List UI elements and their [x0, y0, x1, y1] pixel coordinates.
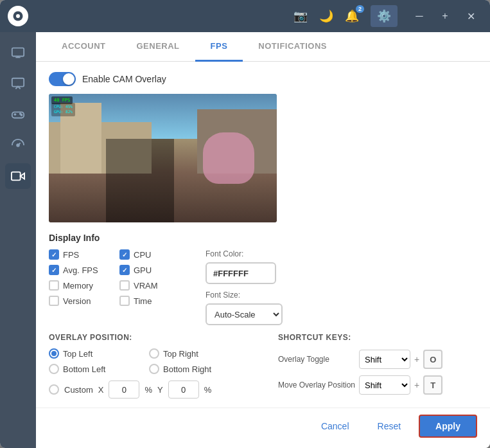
main-content: ACCOUNT GENERAL FPS NOTIFICATIONS Enable… [36, 32, 490, 448]
checkbox-vram[interactable]: VRAM [119, 280, 190, 291]
custom-x-label: X [98, 385, 104, 395]
shortcut-overlay-toggle-row: Overlay Toggle Shift Ctrl Alt + O [278, 350, 464, 369]
game-scene-bg: 40 FPS CPU: 45%GPU: 82% [49, 94, 277, 222]
lower-section: OVERLAY POSITION: Top Left Top Right [49, 333, 477, 406]
shortcut-move-overlay-row: Move Overlay Position Shift Ctrl Alt + T [278, 375, 464, 395]
plus-icon-2: + [414, 380, 419, 390]
maximize-button[interactable]: + [433, 4, 457, 28]
minimize-button[interactable]: ─ [408, 4, 431, 28]
custom-x-percent: % [144, 385, 152, 395]
checkbox-vram-box[interactable] [119, 280, 130, 291]
tab-fps[interactable]: FPS [195, 32, 243, 62]
apply-button[interactable]: Apply [419, 415, 477, 438]
radio-top-right-circle[interactable] [149, 348, 159, 359]
font-color-input[interactable] [206, 262, 276, 284]
radio-bottom-left[interactable]: Bottom Left [49, 364, 139, 374]
shortcut-keys-title: SHORTCUT KEYS: [278, 333, 464, 342]
checkbox-gpu[interactable]: GPU [119, 265, 190, 275]
checkbox-version[interactable]: Version [49, 296, 119, 306]
checkbox-fps-label: FPS [63, 250, 79, 260]
radio-bottom-right[interactable]: Bottom Right [149, 364, 239, 374]
custom-x-input[interactable] [109, 381, 139, 399]
checkbox-memory-box[interactable] [49, 280, 59, 291]
shortcut-move-overlay-key: T [423, 375, 442, 395]
main-area: ACCOUNT GENERAL FPS NOTIFICATIONS Enable… [0, 32, 490, 448]
tab-account[interactable]: ACCOUNT [46, 32, 121, 62]
sidebar-item-monitor[interactable] [5, 71, 31, 96]
settings-icon[interactable]: ⚙️ [371, 5, 398, 27]
bottom-actions: Cancel Reset Apply [36, 408, 490, 448]
content-area: Enable CAM Overlay [36, 62, 490, 408]
checkbox-avgfps[interactable]: Avg. FPS [49, 265, 119, 275]
checkbox-time[interactable]: Time [119, 296, 190, 306]
radio-top-right-label: Top Right [163, 349, 198, 359]
radio-top-left[interactable]: Top Left [49, 348, 139, 359]
shortcut-move-overlay-label: Move Overlay Position [278, 381, 355, 390]
checkbox-avgfps-label: Avg. FPS [63, 265, 98, 275]
checkbox-columns: FPS Avg. FPS Memory [49, 249, 190, 306]
svg-rect-2 [12, 48, 24, 57]
checkbox-memory[interactable]: Memory [49, 280, 119, 291]
sidebar-item-speed[interactable] [5, 132, 31, 158]
bell-icon[interactable]: 🔔 2 [345, 9, 359, 23]
custom-y-input[interactable] [168, 381, 199, 399]
radio-bottom-left-label: Bottom Left [63, 364, 105, 374]
svg-point-13 [17, 144, 19, 147]
checkbox-gpu-box[interactable] [119, 265, 130, 275]
window-controls: ─ + ✕ [408, 4, 482, 28]
svg-point-11 [21, 114, 22, 116]
checkbox-gpu-label: GPU [134, 265, 152, 275]
sidebar-item-gamepad[interactable] [5, 102, 31, 127]
tab-notifications[interactable]: NOTIFICATIONS [243, 32, 342, 62]
reset-button[interactable]: Reset [367, 416, 412, 436]
font-controls: Font Color: Font Size: Auto-Scale Small … [206, 249, 283, 325]
shortcut-keys-section: SHORTCUT KEYS: Overlay Toggle Shift Ctrl… [278, 333, 464, 401]
cancel-button[interactable]: Cancel [311, 416, 360, 436]
game-preview: 40 FPS CPU: 45%GPU: 82% [49, 94, 277, 222]
display-info-section: Display Info FPS Avg. FPS [49, 233, 477, 325]
font-size-select[interactable]: Auto-Scale Small Medium Large [206, 303, 283, 325]
checkbox-cpu-label: CPU [134, 250, 151, 260]
shortcut-overlay-toggle-key: O [423, 350, 442, 369]
toolbar-icons: 📷 🌙 🔔 2 ⚙️ [293, 5, 398, 27]
tab-bar: ACCOUNT GENERAL FPS NOTIFICATIONS [36, 32, 490, 62]
notification-badge: 2 [356, 5, 364, 13]
plus-icon-1: + [414, 354, 419, 364]
close-button[interactable]: ✕ [459, 4, 482, 28]
radio-custom-circle[interactable] [49, 384, 59, 395]
title-bar: 📷 🌙 🔔 2 ⚙️ ─ + ✕ [0, 0, 490, 32]
radio-top-left-circle[interactable] [49, 348, 59, 359]
enable-overlay-label: Enable CAM Overlay [82, 74, 166, 84]
checkbox-time-label: Time [134, 296, 152, 306]
app-logo [8, 6, 28, 26]
enable-overlay-toggle[interactable] [49, 72, 76, 86]
shortcut-overlay-toggle-select[interactable]: Shift Ctrl Alt [359, 350, 410, 369]
checkbox-time-box[interactable] [119, 296, 130, 306]
checkbox-version-box[interactable] [49, 296, 59, 306]
checkbox-avgfps-box[interactable] [49, 265, 59, 275]
sidebar-item-display[interactable] [5, 40, 31, 66]
radio-bottom-left-circle[interactable] [49, 364, 59, 374]
camera-icon[interactable]: 📷 [293, 9, 308, 23]
custom-y-percent: % [204, 385, 212, 395]
font-size-label: Font Size: [206, 291, 283, 300]
radio-top-right[interactable]: Top Right [149, 348, 239, 359]
moon-icon[interactable]: 🌙 [319, 9, 333, 23]
checkbox-memory-label: Memory [63, 281, 93, 291]
checkbox-vram-label: VRAM [134, 281, 158, 291]
custom-label: Custom [64, 385, 93, 395]
radio-bottom-right-label: Bottom Right [163, 364, 211, 374]
radio-top-left-label: Top Left [63, 349, 92, 359]
radio-bottom-right-circle[interactable] [149, 364, 159, 374]
font-color-label: Font Color: [206, 249, 283, 258]
checkbox-fps[interactable]: FPS [49, 249, 119, 260]
display-info-title: Display Info [49, 233, 477, 243]
custom-y-label: Y [157, 385, 163, 395]
shortcut-move-overlay-select[interactable]: Shift Ctrl Alt [359, 375, 410, 395]
tab-general[interactable]: GENERAL [121, 32, 195, 62]
checkbox-cpu-box[interactable] [119, 249, 130, 260]
checkboxes-and-font: FPS Avg. FPS Memory [49, 249, 477, 325]
sidebar-item-camera[interactable] [5, 163, 31, 189]
checkbox-fps-box[interactable] [49, 249, 59, 260]
checkbox-cpu[interactable]: CPU [119, 249, 190, 260]
